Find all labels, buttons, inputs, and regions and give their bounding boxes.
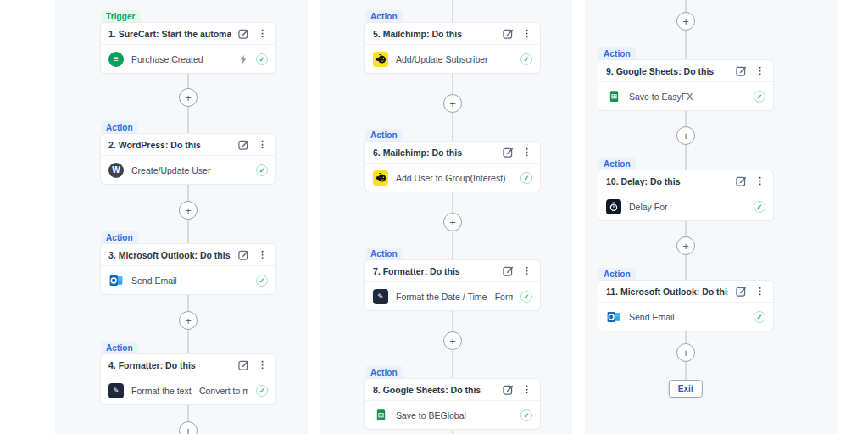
outlook-icon: [606, 309, 621, 325]
edit-note-icon[interactable]: [503, 147, 514, 158]
formatter-icon: ✎: [373, 289, 388, 304]
add-step-button[interactable]: +: [179, 311, 198, 330]
wordpress-icon: W: [108, 163, 124, 178]
status-check-icon: ✓: [256, 385, 268, 397]
step-event-label: Create/Update User: [131, 165, 248, 175]
step-card-7[interactable]: 7. Formatter: Do this ⋮ ✎ Format the Dat…: [365, 260, 540, 310]
exit-node[interactable]: Exit: [669, 380, 703, 398]
step-card-11[interactable]: 11. Microsoft Outlook: Do this ⋮ Send Em…: [598, 281, 773, 331]
plus-icon: +: [185, 92, 192, 103]
edit-note-icon[interactable]: [736, 65, 747, 76]
status-check-icon: ✓: [256, 275, 268, 287]
workflow-column-1: Trigger 1. SureCart: Start the automatio…: [55, 0, 308, 434]
edit-note-icon[interactable]: [238, 139, 249, 150]
add-step-button[interactable]: +: [443, 331, 462, 350]
edit-note-icon[interactable]: [503, 384, 514, 395]
kebab-menu-icon[interactable]: ⋮: [521, 147, 532, 158]
action-badge: Action: [365, 366, 403, 380]
kebab-menu-icon[interactable]: ⋮: [257, 249, 268, 260]
step-title: 6. Mailchimp: Do this: [373, 147, 495, 158]
step-event-row[interactable]: Delay For ✓: [598, 192, 773, 220]
action-badge: Action: [598, 47, 636, 61]
edit-note-icon[interactable]: [238, 359, 249, 370]
step-header: 10. Delay: Do this ⋮: [598, 170, 773, 192]
kebab-menu-icon[interactable]: ⋮: [257, 139, 268, 150]
step-event-row[interactable]: ≡ Purchase Created ✓: [101, 45, 275, 73]
google-sheets-icon: [606, 89, 621, 104]
google-sheets-icon: [373, 408, 388, 423]
step-event-row[interactable]: Save to EasyFX ✓: [598, 82, 773, 110]
plus-icon: +: [185, 426, 192, 434]
formatter-icon: ✎: [108, 383, 124, 398]
add-step-button[interactable]: +: [676, 12, 695, 31]
step-card-1[interactable]: 1. SureCart: Start the automation when ⋮…: [101, 23, 275, 73]
step-card-4[interactable]: 4. Formatter: Do this ⋮ ✎ Format the tex…: [101, 354, 275, 404]
kebab-menu-icon[interactable]: ⋮: [521, 28, 532, 39]
edit-note-icon[interactable]: [238, 249, 249, 260]
step-header: 7. Formatter: Do this ⋮: [365, 260, 540, 282]
step-event-row[interactable]: ✎ Format the text - Convert to md5 ✓: [101, 376, 275, 404]
step-card-10[interactable]: 10. Delay: Do this ⋮ Delay For ✓: [598, 170, 773, 220]
edit-note-icon[interactable]: [238, 28, 249, 39]
workflow-canvas: Trigger 1. SureCart: Start the automatio…: [0, 0, 868, 434]
kebab-menu-icon[interactable]: ⋮: [521, 265, 532, 276]
edit-note-icon[interactable]: [503, 265, 514, 276]
step-header: 8. Google Sheets: Do this ⋮: [365, 379, 540, 401]
step-card-9[interactable]: 9. Google Sheets: Do this ⋮ Save to Easy…: [598, 60, 773, 110]
kebab-menu-icon[interactable]: ⋮: [754, 286, 765, 297]
action-badge: Action: [365, 248, 403, 261]
kebab-menu-icon[interactable]: ⋮: [754, 65, 765, 76]
delay-icon: [606, 199, 621, 214]
edit-note-icon[interactable]: [736, 286, 747, 297]
status-check-icon: ✓: [520, 172, 532, 184]
step-card-5[interactable]: 5. Mailchimp: Do this ⋮ Add/Update Subsc…: [365, 23, 540, 73]
add-step-button[interactable]: +: [676, 343, 695, 362]
step-event-row[interactable]: Send Email ✓: [598, 303, 773, 331]
add-step-button[interactable]: +: [179, 421, 198, 434]
step-header: 3. Microsoft Outlook: Do this ⋮: [101, 244, 275, 266]
step-card-6[interactable]: 6. Mailchimp: Do this ⋮ Add User to Grou…: [365, 142, 540, 192]
add-step-button[interactable]: +: [676, 236, 695, 255]
status-check-icon: ✓: [520, 53, 532, 65]
add-step-button[interactable]: +: [443, 94, 462, 113]
edit-note-icon[interactable]: [736, 175, 747, 186]
step-event-label: Format the Date / Time - Format Date: [396, 292, 513, 302]
step-event-label: Delay For: [629, 202, 746, 212]
add-step-button[interactable]: +: [179, 88, 198, 107]
surecart-icon: ≡: [108, 52, 124, 67]
plus-icon: +: [449, 217, 456, 228]
step-event-row[interactable]: Send Email ✓: [101, 266, 275, 294]
step-event-row[interactable]: Add User to Group(Interest) ✓: [365, 164, 540, 192]
workflow-column-2: Action 5. Mailchimp: Do this ⋮ Add/Updat…: [320, 0, 572, 434]
add-step-button[interactable]: +: [443, 213, 462, 231]
step-event-label: Send Email: [629, 312, 746, 322]
plus-icon: +: [449, 98, 456, 109]
step-card-8[interactable]: 8. Google Sheets: Do this ⋮ Save to BEGl…: [365, 379, 540, 429]
action-badge: Action: [101, 121, 138, 135]
plus-icon: +: [185, 315, 192, 326]
kebab-menu-icon[interactable]: ⋮: [754, 175, 765, 186]
step-event-row[interactable]: Add/Update Subscriber ✓: [365, 45, 540, 73]
step-card-3[interactable]: 3. Microsoft Outlook: Do this ⋮ Send Ema…: [101, 244, 275, 294]
step-event-row[interactable]: ✎ Format the Date / Time - Format Date ✓: [365, 282, 540, 310]
kebab-menu-icon[interactable]: ⋮: [521, 384, 532, 395]
trigger-badge: Trigger: [101, 10, 141, 24]
step-event-row[interactable]: W Create/Update User ✓: [101, 156, 275, 184]
step-card-2[interactable]: 2. WordPress: Do this ⋮ W Create/Update …: [101, 134, 275, 184]
step-header: 4. Formatter: Do this ⋮: [101, 354, 275, 376]
step-title: 4. Formatter: Do this: [108, 360, 231, 370]
step-event-row[interactable]: Save to BEGlobal ✓: [365, 401, 540, 429]
step-event-label: Add/Update Subscriber: [396, 54, 513, 64]
add-step-button[interactable]: +: [676, 126, 695, 145]
mailchimp-icon: [373, 52, 388, 67]
step-header: 11. Microsoft Outlook: Do this ⋮: [598, 281, 773, 303]
kebab-menu-icon[interactable]: ⋮: [257, 28, 268, 39]
action-badge: Action: [598, 268, 636, 281]
plus-icon: +: [185, 205, 192, 216]
kebab-menu-icon[interactable]: ⋮: [257, 359, 268, 370]
plus-icon: +: [449, 336, 456, 347]
add-step-button[interactable]: +: [179, 201, 198, 220]
step-title: 5. Mailchimp: Do this: [373, 29, 495, 39]
edit-note-icon[interactable]: [503, 28, 514, 39]
action-badge: Action: [365, 10, 403, 24]
